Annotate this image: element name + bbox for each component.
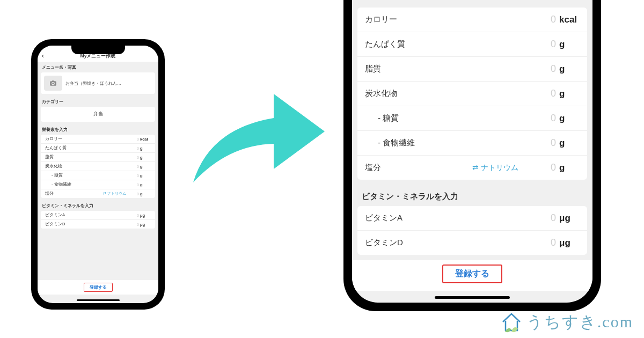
nutrient-row[interactable]: たんぱく質0g <box>41 144 155 153</box>
category-select[interactable]: 弁当 <box>41 107 155 122</box>
nutrient-value[interactable]: 0 <box>137 164 139 169</box>
vitamins-card-large: ビタミンA0μgビタミンD0μg <box>357 206 587 255</box>
nutrient-value[interactable]: 0 <box>551 39 556 50</box>
nutrient-label: カロリー <box>45 136 137 142</box>
home-indicator <box>77 299 120 301</box>
nutrient-label: 炭水化物 <box>365 89 551 99</box>
nutrient-row[interactable]: - 糖質0g <box>41 171 155 180</box>
house-leaf-icon <box>500 310 523 334</box>
back-button[interactable]: ‹ <box>42 52 44 60</box>
nutrient-label: 脂質 <box>45 155 137 160</box>
section-vitamins-large: ビタミン・ミネラルを入力 <box>352 184 592 206</box>
section-nutrients: 栄養素を入力 <box>38 124 158 135</box>
nutrient-row[interactable]: 炭水化物0g <box>41 162 155 171</box>
nutrient-unit: g <box>559 138 580 149</box>
nutrient-row[interactable]: 脂質0g <box>41 153 155 162</box>
nutrient-row[interactable]: ビタミンA0μg <box>41 211 155 220</box>
nutrient-unit: g <box>140 146 151 151</box>
phone-screen-small: ‹ Myメニュー作成 メニュー名・写真 お弁当（卵焼き・ほうれん… カテゴリー … <box>38 46 158 303</box>
nutrient-value[interactable]: 0 <box>551 14 556 25</box>
nutrient-value[interactable]: 0 <box>551 88 556 99</box>
phone-screen-large: カロリー0kcalたんぱく質0g脂質0g炭水化物0g- 糖質0g- 食物繊維0g… <box>352 0 592 303</box>
nutrient-row[interactable]: たんぱく質0g <box>357 32 587 57</box>
swap-sodium-link[interactable]: ⇄ ナトリウム <box>472 163 518 173</box>
category-card: 弁当 <box>41 107 155 122</box>
nutrient-value[interactable]: 0 <box>137 182 139 187</box>
nutrient-row[interactable]: - 食物繊維0g <box>41 180 155 189</box>
swap-sodium-link[interactable]: ⇄ ナトリウム <box>103 191 126 196</box>
nutrient-unit: kcal <box>559 14 580 25</box>
nutrient-row[interactable]: 塩分⇄ ナトリウム0g <box>41 189 155 198</box>
nutrient-unit: μg <box>559 238 580 248</box>
section-category: カテゴリー <box>38 96 158 107</box>
nutrient-value[interactable]: 0 <box>551 137 556 149</box>
register-button[interactable]: 登録する <box>84 283 113 292</box>
nutrient-unit: g <box>140 164 151 169</box>
nutrient-value[interactable]: 0 <box>551 237 556 248</box>
nutrient-row[interactable]: - 糖質0g <box>357 106 587 131</box>
nutrient-label: - 食物繊維 <box>365 138 551 148</box>
nutrient-unit: μg <box>140 222 151 227</box>
nutrients-card: カロリー0kcalたんぱく質0g脂質0g炭水化物0g- 糖質0g- 食物繊維0g… <box>41 135 155 198</box>
nutrient-value[interactable]: 0 <box>137 146 139 151</box>
nutrient-label: ビタミンD <box>365 238 551 248</box>
nutrient-label: カロリー <box>365 14 551 25</box>
section-vitamins: ビタミン・ミネラルを入力 <box>38 200 158 211</box>
nutrient-unit: g <box>140 192 151 196</box>
logo-text: うちすき.com <box>526 311 633 333</box>
site-logo: うちすき.com <box>500 310 633 334</box>
arrow-icon <box>188 80 327 188</box>
home-indicator-large <box>435 296 510 299</box>
nutrient-row[interactable]: 脂質0g <box>357 57 587 82</box>
nutrient-row[interactable]: 炭水化物0g <box>357 82 587 106</box>
nutrient-label: 塩分 <box>45 191 103 196</box>
phone-notch <box>71 45 125 54</box>
nutrient-unit: kcal <box>140 137 151 142</box>
menu-name-input[interactable]: お弁当（卵焼き・ほうれん… <box>65 80 152 86</box>
nutrient-value[interactable]: 0 <box>551 113 556 124</box>
nutrient-value[interactable]: 0 <box>137 137 139 142</box>
nutrient-unit: g <box>140 155 151 160</box>
nutrient-value[interactable]: 0 <box>551 212 556 224</box>
nutrient-row[interactable]: ビタミンD0μg <box>357 231 587 255</box>
nutrient-label: 塩分 <box>365 163 472 173</box>
nutrient-label: - 食物繊維 <box>45 182 137 187</box>
nutrient-value[interactable]: 0 <box>551 63 556 75</box>
phone-mockup-large: カロリー0kcalたんぱく質0g脂質0g炭水化物0g- 糖質0g- 食物繊維0g… <box>343 0 601 311</box>
camera-icon[interactable] <box>44 76 62 91</box>
nutrient-row[interactable]: カロリー0kcal <box>41 135 155 144</box>
nutrient-unit: μg <box>140 213 151 218</box>
nutrient-label: 脂質 <box>365 64 551 74</box>
nutrients-card-large: カロリー0kcalたんぱく質0g脂質0g炭水化物0g- 糖質0g- 食物繊維0g… <box>357 8 587 180</box>
nutrient-label: ビタミンD <box>45 222 137 227</box>
nutrient-row[interactable]: カロリー0kcal <box>357 8 587 32</box>
nutrient-label: 炭水化物 <box>45 164 137 169</box>
register-button-large[interactable]: 登録する <box>442 264 502 283</box>
menu-name-card: お弁当（卵焼き・ほうれん… <box>41 72 155 94</box>
nutrient-unit: g <box>559 163 580 173</box>
nutrient-label: - 糖質 <box>45 173 137 178</box>
register-bar-large: 登録する <box>352 260 592 291</box>
nutrient-label: - 糖質 <box>365 113 551 123</box>
nutrient-value[interactable]: 0 <box>137 213 139 218</box>
nutrient-label: ビタミンA <box>365 213 551 223</box>
nutrient-value[interactable]: 0 <box>137 155 139 160</box>
nutrient-value[interactable]: 0 <box>551 162 556 173</box>
section-menu-name: メニュー名・写真 <box>38 62 158 72</box>
nutrient-unit: g <box>140 182 151 187</box>
nutrient-row[interactable]: ビタミンA0μg <box>357 206 587 231</box>
nutrient-unit: g <box>559 113 580 124</box>
nutrient-unit: μg <box>559 213 580 224</box>
nutrient-value[interactable]: 0 <box>137 222 139 227</box>
register-bar: 登録する <box>38 280 158 295</box>
nutrient-row[interactable]: ビタミンD0μg <box>41 220 155 229</box>
nutrient-row[interactable]: 塩分⇄ ナトリウム0g <box>357 156 587 180</box>
phone-mockup-small: ‹ Myメニュー作成 メニュー名・写真 お弁当（卵焼き・ほうれん… カテゴリー … <box>32 40 164 308</box>
nutrient-row[interactable]: - 食物繊維0g <box>357 131 587 156</box>
nutrient-unit: g <box>559 64 580 75</box>
nutrient-value[interactable]: 0 <box>137 173 139 178</box>
nutrient-label: たんぱく質 <box>45 145 137 151</box>
nutrient-value[interactable]: 0 <box>137 192 139 196</box>
nutrient-label: たんぱく質 <box>365 39 551 49</box>
nutrient-unit: g <box>559 39 580 50</box>
